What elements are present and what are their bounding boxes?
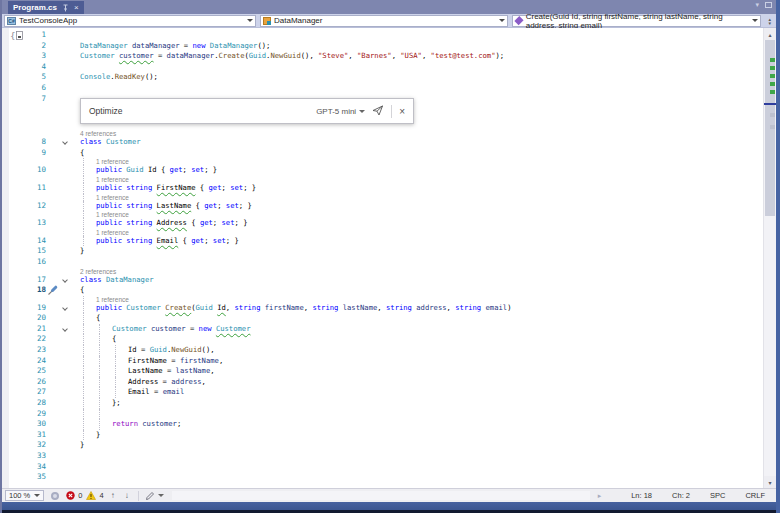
code-text[interactable]: { [72,334,116,345]
code-text[interactable]: class Customer [72,137,141,148]
quick-actions-screwdriver-icon[interactable] [46,285,58,296]
action-margin [46,313,58,324]
outlining-margin [58,246,72,257]
code-text[interactable]: { [72,313,100,324]
margin [2,387,28,398]
code-text[interactable]: Console.ReadKey(); [72,72,158,83]
eol-toggle[interactable]: CRLF [745,491,765,500]
document-well-dropdown-icon[interactable]: ▾ [755,1,759,9]
codelens-references-link[interactable]: 1 reference [96,211,129,218]
collapse-chevron-icon[interactable] [58,275,72,286]
code-text[interactable] [72,94,80,105]
action-margin [46,275,58,286]
next-issue-icon[interactable]: ↓ [122,491,132,500]
spaces-toggle[interactable]: SPC [710,491,725,500]
horizontal-scrollbar[interactable] [172,491,590,500]
member-dropdown[interactable]: Create(Guid Id, string firstName, string… [512,15,761,27]
codelens-references-link[interactable]: 1 reference [96,158,129,165]
code-text[interactable]: public string LastName { get; set; } [72,201,252,212]
collapse-chevron-icon[interactable] [58,324,72,335]
code-text[interactable]: } [72,430,100,441]
indent-guide [83,366,84,377]
code-text[interactable] [72,472,80,483]
code-text[interactable]: Address = address, [72,377,206,388]
margin [2,430,28,441]
code-text[interactable]: class DataManager [72,275,154,286]
split-window-button[interactable]: ▴▾ [768,17,771,25]
inline-chat-box[interactable]: Optimize GPT-5 mini × [80,98,414,124]
scroll-down-icon[interactable]: ▾ [764,476,776,488]
code-text[interactable]: LastName = lastName, [72,366,215,377]
model-selector[interactable]: GPT-5 mini [316,107,365,116]
previous-issue-icon[interactable]: ↑ [108,491,118,500]
code-text[interactable]: }; [72,398,121,409]
code-text[interactable]: { [72,285,84,296]
outlining-margin [58,387,72,398]
code-text[interactable]: Id = Guid.NewGuid(), [72,345,215,356]
code-text[interactable]: return customer; [72,419,181,430]
indent-guide [83,324,84,335]
vertical-scrollbar[interactable]: ▴ ▾ [763,28,776,488]
tab-program-cs[interactable]: Program.cs × [8,1,84,14]
code-text[interactable] [72,462,80,473]
outlining-margin [58,398,72,409]
code-text[interactable]: } [72,246,84,257]
line-number: 23 [28,345,46,356]
codelens-references-link[interactable]: 1 reference [96,176,129,183]
code-text[interactable]: Email = email [72,387,184,398]
line-number: 13 [28,218,46,229]
codelens-references-link[interactable]: 1 reference [96,194,129,201]
collapse-chevron-icon[interactable] [58,303,72,314]
visual-studio-window: Program.cs × ▾ C# TestConsoleApp DataMan… [0,0,780,513]
code-text[interactable]: DataManager dataManager = new DataManage… [72,41,270,52]
code-text[interactable] [72,409,80,420]
code-text[interactable]: public string Email { get; set; } [72,236,239,247]
margin [2,313,28,324]
margin [2,324,28,335]
code-text[interactable] [72,62,80,73]
outlining-margin [58,440,72,451]
outlining-margin [58,285,72,296]
code-fix-button[interactable] [145,491,164,501]
warning-count-group[interactable]: 4 [86,491,103,500]
line-number: 22 [28,334,46,345]
code-line: 20{ [2,313,763,324]
code-editor[interactable]: {12DataManager dataManager = new DataMan… [2,28,776,488]
window-icon[interactable] [765,2,772,8]
code-text[interactable] [72,30,80,41]
code-text[interactable] [72,83,80,94]
action-margin [46,218,58,229]
pencil-icon [145,491,155,501]
code-text[interactable]: public Guid Id { get; set; } [72,165,217,176]
inline-chat-input[interactable]: Optimize [89,106,309,116]
pin-icon[interactable] [62,4,69,12]
code-text[interactable] [72,451,80,462]
saved-change-mark [770,58,775,62]
project-dropdown[interactable]: C# TestConsoleApp [4,15,256,27]
action-margin [46,137,58,148]
code-text[interactable]: public string FirstName { get; set; } [72,183,256,194]
close-tab-icon[interactable]: × [74,4,79,12]
code-text[interactable]: public string Address { get; set; } [72,218,247,229]
scroll-up-icon[interactable]: ▴ [764,28,776,40]
send-icon[interactable] [372,102,384,120]
codelens-references-link[interactable]: 2 references [80,268,116,275]
code-text[interactable]: public Customer Create(Guid Id, string f… [72,303,512,314]
code-text[interactable]: FirstName = firstName, [72,356,223,367]
codelens-references-link[interactable]: 1 reference [96,229,129,236]
action-margin [46,201,58,212]
type-dropdown[interactable]: DataManager [260,15,508,27]
code-text[interactable] [72,257,80,268]
codelens-references-link[interactable]: 1 reference [96,296,129,303]
error-count-group[interactable]: 0 [66,491,82,500]
collapse-chevron-icon[interactable] [58,137,72,148]
zoom-selector[interactable]: 100 % [5,490,44,501]
code-line: 28}; [2,398,763,409]
code-text[interactable]: { [72,148,84,159]
health-indicator-icon[interactable] [51,492,59,500]
close-chat-icon[interactable]: × [399,106,405,117]
hscroll-right-icon[interactable]: ▸ [598,492,602,500]
code-text[interactable]: } [72,440,84,451]
codelens-references-link[interactable]: 4 references [80,130,116,137]
code-text[interactable]: Customer customer = dataManager.Create(G… [72,51,504,62]
